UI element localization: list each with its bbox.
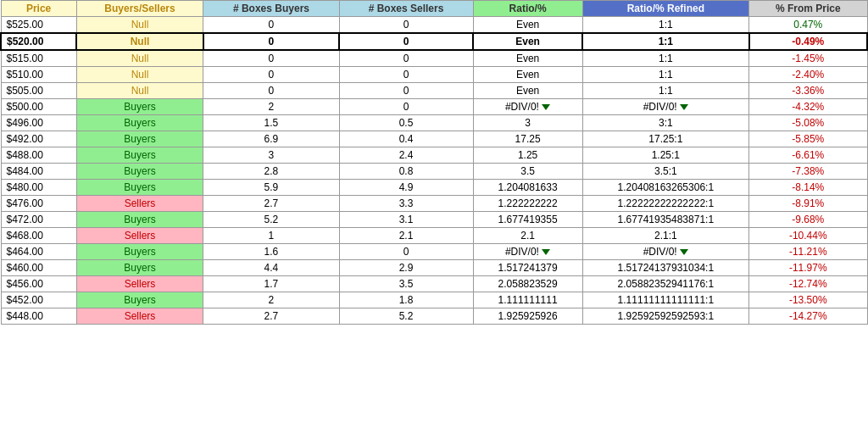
boxes-sellers-cell: 3.5 — [339, 276, 473, 292]
price-cell: $460.00 — [1, 260, 76, 276]
ratio-refined-cell: 1.22222222222222:1 — [582, 196, 748, 212]
ratio-cell: 1.204081633 — [473, 180, 582, 196]
boxes-buyers-cell: 2.7 — [203, 196, 339, 212]
boxes-sellers-cell: 2.9 — [339, 260, 473, 276]
price-cell: $452.00 — [1, 292, 76, 308]
boxes-sellers-cell: 3.1 — [339, 212, 473, 228]
ratio-refined-cell: 3:1 — [582, 115, 748, 131]
ratio-refined-cell: #DIV/0! — [582, 99, 748, 115]
from-price-cell: -13.50% — [749, 292, 867, 308]
ratio-refined-cell: 1.11111111111111:1 — [582, 292, 748, 308]
boxes-sellers-cell: 0 — [339, 50, 473, 67]
price-cell: $456.00 — [1, 276, 76, 292]
ratio-cell: 2.058823529 — [473, 276, 582, 292]
header-ratio: Ratio/% — [473, 1, 582, 17]
ratio-cell: Even — [473, 83, 582, 99]
boxes-sellers-cell: 0 — [339, 17, 473, 34]
ratio-cell: 1.222222222 — [473, 196, 582, 212]
boxes-buyers-cell: 2.7 — [203, 308, 339, 325]
boxes-sellers-cell: 0.5 — [339, 115, 473, 131]
ratio-cell: Even — [473, 33, 582, 50]
header-ratio-refined: Ratio/% Refined — [582, 1, 748, 17]
boxes-sellers-cell: 0 — [339, 244, 473, 260]
from-price-cell: -11.97% — [749, 260, 867, 276]
ratio-refined-cell: 1:1 — [582, 67, 748, 83]
price-cell: $492.00 — [1, 131, 76, 147]
price-cell: $515.00 — [1, 50, 76, 67]
price-cell: $448.00 — [1, 308, 76, 325]
ratio-cell: 2.1 — [473, 228, 582, 244]
boxes-buyers-cell: 4.4 — [203, 260, 339, 276]
buyers-sellers-cell: Null — [76, 83, 203, 99]
buyers-sellers-cell: Buyers — [76, 292, 203, 308]
ratio-refined-cell: 1:1 — [582, 83, 748, 99]
boxes-sellers-cell: 4.9 — [339, 180, 473, 196]
from-price-cell: -9.68% — [749, 212, 867, 228]
from-price-cell: -10.44% — [749, 228, 867, 244]
from-price-cell: -6.61% — [749, 147, 867, 164]
main-table: Price Buyers/Sellers # Boxes Buyers # Bo… — [0, 0, 868, 325]
ratio-cell: Even — [473, 67, 582, 83]
buyers-sellers-cell: Buyers — [76, 244, 203, 260]
from-price-cell: -5.85% — [749, 131, 867, 147]
boxes-sellers-cell: 3.3 — [339, 196, 473, 212]
boxes-buyers-cell: 2 — [203, 99, 339, 115]
buyers-sellers-cell: Null — [76, 50, 203, 67]
boxes-sellers-cell: 0.8 — [339, 164, 473, 180]
boxes-buyers-cell: 1.5 — [203, 115, 339, 131]
ratio-refined-cell: 1.92592592592593:1 — [582, 308, 748, 325]
ratio-cell: 1.25 — [473, 147, 582, 164]
buyers-sellers-cell: Buyers — [76, 115, 203, 131]
ratio-cell: Even — [473, 17, 582, 34]
boxes-buyers-cell: 5.9 — [203, 180, 339, 196]
price-cell: $468.00 — [1, 228, 76, 244]
from-price-cell: -4.32% — [749, 99, 867, 115]
boxes-sellers-cell: 1.8 — [339, 292, 473, 308]
buyers-sellers-cell: Null — [76, 33, 203, 50]
ratio-refined-cell: #DIV/0! — [582, 244, 748, 260]
buyers-sellers-cell: Buyers — [76, 212, 203, 228]
ratio-refined-cell: 17.25:1 — [582, 131, 748, 147]
from-price-cell: -11.21% — [749, 244, 867, 260]
ratio-refined-cell: 2.05882352941176:1 — [582, 276, 748, 292]
header-from-price: % From Price — [749, 1, 867, 17]
ratio-cell: #DIV/0! — [473, 244, 582, 260]
ratio-refined-cell: 1.67741935483871:1 — [582, 212, 748, 228]
buyers-sellers-cell: Sellers — [76, 196, 203, 212]
buyers-sellers-cell: Buyers — [76, 260, 203, 276]
buyers-sellers-cell: Buyers — [76, 180, 203, 196]
ratio-refined-cell: 2.1:1 — [582, 228, 748, 244]
price-cell: $520.00 — [1, 33, 76, 50]
boxes-buyers-cell: 5.2 — [203, 212, 339, 228]
price-cell: $480.00 — [1, 180, 76, 196]
ratio-cell: 1.677419355 — [473, 212, 582, 228]
boxes-sellers-cell: 2.1 — [339, 228, 473, 244]
boxes-buyers-cell: 0 — [203, 50, 339, 67]
buyers-sellers-cell: Buyers — [76, 147, 203, 164]
buyers-sellers-cell: Buyers — [76, 164, 203, 180]
boxes-buyers-cell: 2.8 — [203, 164, 339, 180]
from-price-cell: -8.14% — [749, 180, 867, 196]
from-price-cell: -2.40% — [749, 67, 867, 83]
ratio-refined-cell: 1:1 — [582, 50, 748, 67]
boxes-sellers-cell: 0 — [339, 99, 473, 115]
buyers-sellers-cell: Buyers — [76, 131, 203, 147]
price-cell: $505.00 — [1, 83, 76, 99]
boxes-sellers-cell: 2.4 — [339, 147, 473, 164]
boxes-buyers-cell: 6.9 — [203, 131, 339, 147]
price-cell: $496.00 — [1, 115, 76, 131]
buyers-sellers-cell: Sellers — [76, 276, 203, 292]
boxes-buyers-cell: 1 — [203, 228, 339, 244]
from-price-cell: 0.47% — [749, 17, 867, 34]
boxes-buyers-cell: 0 — [203, 17, 339, 34]
ratio-cell: 3 — [473, 115, 582, 131]
from-price-cell: -5.08% — [749, 115, 867, 131]
from-price-cell: -7.38% — [749, 164, 867, 180]
from-price-cell: -0.49% — [749, 33, 867, 50]
ratio-cell: 1.517241379 — [473, 260, 582, 276]
price-cell: $488.00 — [1, 147, 76, 164]
from-price-cell: -1.45% — [749, 50, 867, 67]
ratio-refined-cell: 1:1 — [582, 17, 748, 34]
boxes-buyers-cell: 0 — [203, 33, 339, 50]
price-cell: $484.00 — [1, 164, 76, 180]
